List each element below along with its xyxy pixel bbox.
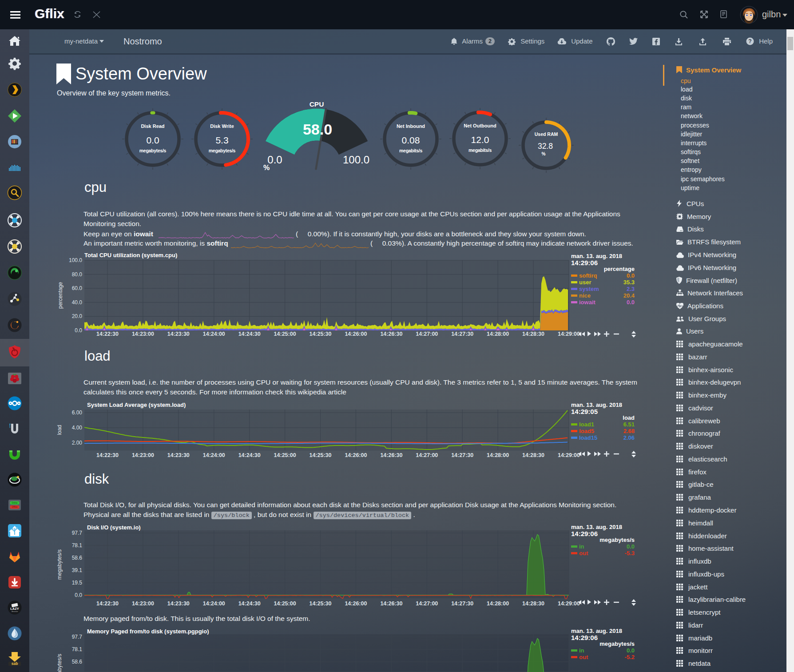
- svg-text:librarian: librarian: [12, 610, 18, 612]
- svg-text:14:29:00: 14:29:00: [558, 452, 580, 458]
- svg-text:Online: Online: [12, 502, 18, 504]
- svg-text:0.0: 0.0: [146, 135, 159, 145]
- svg-text:%: %: [542, 151, 546, 156]
- svg-text:20.0: 20.0: [72, 313, 83, 319]
- svg-text:58.6: 58.6: [72, 555, 83, 561]
- svg-text:14:28:00: 14:28:00: [487, 600, 509, 607]
- svg-text:58.0: 58.0: [303, 121, 332, 138]
- svg-text:14:28:00: 14:28:00: [487, 331, 509, 337]
- svg-text:14:22:30: 14:22:30: [96, 452, 119, 458]
- svg-text:80.0: 80.0: [72, 271, 83, 278]
- svg-text:Used RAM: Used RAM: [535, 131, 558, 137]
- svg-text:14:25:30: 14:25:30: [309, 452, 331, 458]
- svg-text:megabits/s: megabits/s: [399, 148, 422, 153]
- svg-text:39.1: 39.1: [72, 567, 83, 573]
- svg-text:97.7: 97.7: [72, 530, 83, 536]
- svg-text:78.1: 78.1: [72, 646, 83, 652]
- svg-text:megabits/s: megabits/s: [468, 147, 492, 153]
- svg-text:100.0: 100.0: [69, 257, 82, 263]
- svg-text:14:26:00: 14:26:00: [345, 452, 367, 458]
- svg-text:14:27:00: 14:27:00: [416, 600, 438, 607]
- svg-text:CPU: CPU: [310, 100, 324, 108]
- svg-text:%: %: [263, 164, 270, 171]
- svg-text:14:25:00: 14:25:00: [274, 331, 296, 337]
- svg-text:14:29:00: 14:29:00: [558, 600, 580, 607]
- svg-text:14:23:00: 14:23:00: [132, 452, 154, 458]
- svg-text:4.00: 4.00: [72, 425, 83, 431]
- svg-text:14:27:30: 14:27:30: [451, 600, 473, 607]
- svg-text:6.00: 6.00: [72, 410, 83, 416]
- svg-text:14:22:30: 14:22:30: [96, 600, 119, 607]
- svg-text:14:23:30: 14:23:30: [167, 600, 190, 607]
- svg-text:megabytes/s: megabytes/s: [139, 148, 167, 153]
- svg-text:5.3: 5.3: [215, 135, 228, 145]
- svg-text:14:23:00: 14:23:00: [132, 331, 154, 337]
- svg-text:megabytes/s: megabytes/s: [209, 148, 236, 153]
- svg-text:sab: sab: [12, 661, 18, 666]
- svg-text:14:24:00: 14:24:00: [203, 331, 225, 337]
- svg-text:14:28:00: 14:28:00: [487, 452, 509, 458]
- svg-text:40.0: 40.0: [72, 299, 83, 306]
- svg-text:0.08: 0.08: [402, 135, 420, 145]
- svg-text:78.1: 78.1: [72, 542, 83, 549]
- svg-text:14:26:30: 14:26:30: [380, 452, 402, 458]
- svg-text:14:26:30: 14:26:30: [380, 600, 402, 607]
- svg-text:14:24:00: 14:24:00: [203, 600, 225, 607]
- svg-text:14:27:00: 14:27:00: [416, 331, 438, 337]
- svg-text:Net Inbound: Net Inbound: [397, 123, 425, 129]
- svg-text:load: load: [56, 425, 63, 435]
- svg-text:14:25:00: 14:25:00: [274, 452, 296, 458]
- svg-text:0.0: 0.0: [75, 327, 82, 334]
- svg-text:14:25:30: 14:25:30: [309, 331, 331, 337]
- svg-text:97.7: 97.7: [72, 634, 83, 640]
- svg-text:megabytes/s: megabytes/s: [56, 549, 63, 580]
- svg-text:Offline: Offline: [12, 506, 18, 508]
- svg-text:14:23:30: 14:23:30: [167, 452, 190, 458]
- svg-text:percentage: percentage: [57, 282, 64, 309]
- svg-text:?: ?: [748, 38, 751, 44]
- svg-text:14:25:00: 14:25:00: [274, 600, 296, 607]
- svg-text:megabytes/s: megabytes/s: [56, 654, 63, 672]
- svg-text:14:28:30: 14:28:30: [522, 600, 544, 607]
- svg-text:14:27:30: 14:27:30: [451, 331, 473, 337]
- svg-text:14:29:00: 14:29:00: [558, 331, 580, 337]
- svg-text:14:23:30: 14:23:30: [167, 331, 190, 337]
- svg-text:14:27:00: 14:27:00: [416, 452, 438, 458]
- svg-text:14:25:30: 14:25:30: [309, 600, 331, 607]
- svg-text:100.0: 100.0: [343, 154, 369, 166]
- svg-text:14:26:00: 14:26:00: [345, 331, 367, 337]
- svg-text:14:23:00: 14:23:00: [132, 600, 154, 607]
- svg-text:0.0: 0.0: [267, 154, 282, 166]
- svg-text:12.0: 12.0: [471, 135, 489, 145]
- svg-text:14:24:00: 14:24:00: [203, 452, 225, 458]
- svg-text:58.6: 58.6: [72, 659, 83, 665]
- svg-text:14:24:30: 14:24:30: [238, 600, 261, 607]
- svg-text:14:24:30: 14:24:30: [238, 452, 261, 458]
- svg-text:14:28:30: 14:28:30: [522, 452, 544, 458]
- svg-text:14:26:00: 14:26:00: [345, 600, 367, 607]
- svg-text:0.0: 0.0: [75, 592, 82, 598]
- svg-text:14:28:30: 14:28:30: [522, 331, 544, 337]
- svg-text:14:24:30: 14:24:30: [238, 331, 261, 337]
- svg-text:2.00: 2.00: [72, 440, 83, 446]
- svg-text:60.0: 60.0: [72, 285, 83, 291]
- svg-text:19.5: 19.5: [72, 580, 83, 586]
- svg-text:Disk Read: Disk Read: [141, 123, 164, 129]
- svg-text:14:22:30: 14:22:30: [96, 331, 119, 337]
- svg-text:32.8: 32.8: [538, 142, 553, 151]
- svg-text:14:27:30: 14:27:30: [451, 452, 473, 458]
- svg-text:14:26:30: 14:26:30: [380, 331, 402, 337]
- svg-text:Disk Write: Disk Write: [210, 123, 234, 129]
- svg-text:Net Outbound: Net Outbound: [464, 123, 496, 128]
